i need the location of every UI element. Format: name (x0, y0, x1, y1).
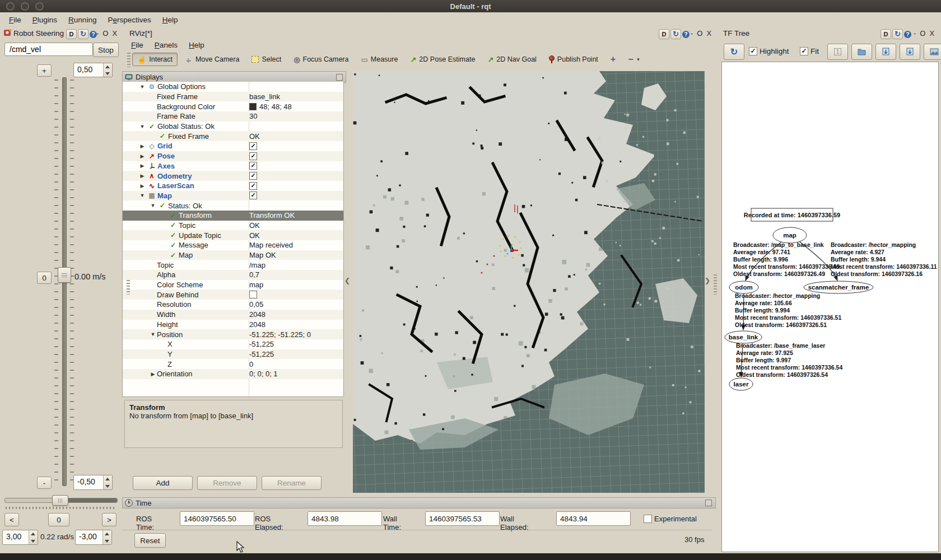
tree-row-axes[interactable]: ▶Axes✓ (123, 161, 343, 171)
frame-number-button[interactable]: 1 (827, 44, 848, 60)
dock-d-button[interactable]: D (881, 29, 891, 39)
menu-item-panels[interactable]: Panels (149, 39, 183, 51)
tree-row-y[interactable]: Y-51,225 (123, 349, 343, 360)
rename-button[interactable]: Rename (262, 476, 322, 490)
save-image-button[interactable] (924, 44, 941, 60)
menu-item-help[interactable]: Help (183, 39, 210, 51)
displays-panel-header[interactable]: Displays (122, 71, 346, 83)
tree-row-resolution[interactable]: Resolution0,05 (123, 300, 343, 310)
time-field-value[interactable]: 4843.98 (308, 511, 382, 526)
rviz-3d-view[interactable] (353, 71, 705, 493)
collapse-right-icon[interactable]: ❯ (705, 277, 710, 284)
tree-row-position[interactable]: ▼Position-51.225; -51.225; 0 (123, 329, 343, 339)
tree-row-map[interactable]: ✓MapMap OK (123, 250, 343, 260)
time-field-value[interactable]: 4843.94 (556, 511, 631, 526)
tool-nav-goal-button[interactable]: ↗2D Nav Goal (482, 53, 541, 66)
tf-refresh-button[interactable]: ↻ (724, 44, 744, 60)
panel-float-button[interactable] (705, 500, 712, 506)
maximize-button[interactable]: O (697, 29, 702, 38)
tf-splitter-handle[interactable] (714, 274, 717, 295)
topic-input[interactable] (8, 44, 89, 54)
minimize-button[interactable]: - (691, 29, 693, 38)
menu-item-file[interactable]: File (125, 39, 149, 51)
tree-row-orientation[interactable]: ▶Orientation0; 0; 0; 1 (123, 369, 343, 379)
open-button[interactable] (851, 44, 872, 60)
linear-minus-button[interactable]: - (37, 477, 52, 489)
tree-row-global-status-ok[interactable]: ▼✓Global Status: Ok (123, 122, 343, 132)
highlight-checkbox[interactable]: ✓ (749, 47, 757, 55)
tree-row-transform[interactable]: ✓TransformTransform OK (123, 211, 343, 221)
tree-row-global-options[interactable]: ▼⚙Global Options (123, 82, 343, 92)
tree-row-odometry[interactable]: ▶∧Odometry✓ (123, 171, 343, 181)
angular-right-button[interactable]: > (102, 513, 117, 526)
dock-d-button[interactable]: D (66, 29, 77, 39)
close-button[interactable]: X (112, 29, 117, 38)
tool-measure-button[interactable]: ▭Measure (356, 53, 403, 66)
tree-row-alpha[interactable]: Alpha0,7 (123, 270, 343, 280)
reload-icon[interactable]: ↻ (670, 29, 681, 39)
save-svg-button[interactable] (900, 44, 920, 60)
tree-row-message[interactable]: ✓MessageMap received (123, 240, 343, 250)
tool-select-button[interactable]: Select (246, 53, 286, 66)
tree-row-grid[interactable]: ▶◇Grid✓ (123, 141, 343, 151)
tree-row-fixed-frame[interactable]: Fixed Framebase_link (123, 92, 343, 102)
tool-plus-button[interactable]: + (605, 52, 621, 67)
linear-slider-handle[interactable] (58, 267, 71, 283)
maximize-button[interactable]: O (103, 29, 108, 38)
reload-icon[interactable]: ↻ (892, 29, 903, 39)
angular-left-button[interactable]: < (4, 513, 19, 526)
tree-row-update-topic[interactable]: ✓Update TopicOK (123, 230, 343, 240)
fit-checkbox[interactable]: ✓ (800, 47, 808, 55)
reload-icon[interactable]: ↻ (78, 29, 88, 39)
displays-splitter-handle[interactable] (127, 280, 130, 295)
tree-row-height[interactable]: Height2048 (123, 320, 343, 330)
tree-row-laserscan[interactable]: ▶∿LaserScan✓ (123, 181, 343, 191)
angular-slider-handle[interactable] (52, 495, 68, 506)
tool-minus-button[interactable]: −▼ (623, 52, 645, 67)
menu-item-help[interactable]: Help (157, 14, 184, 26)
tf-tree-canvas[interactable]: Recorded at time: 1460397336.59mapodomsc… (721, 62, 939, 552)
tree-row-width[interactable]: Width2048 (123, 310, 343, 320)
time-panel-header[interactable]: Time (122, 497, 716, 508)
tool-publish-point-button[interactable]: Publish Point (544, 53, 603, 66)
tree-row-fixed-frame[interactable]: ✓Fixed FrameOK (123, 131, 343, 141)
tree-row-draw-behind[interactable]: Draw Behind (123, 290, 343, 300)
tree-row-topic[interactable]: ✓TopicOK (123, 221, 343, 231)
collapse-left-icon[interactable]: ❮ (344, 277, 350, 284)
tree-row-frame-rate[interactable]: Frame Rate30 (123, 111, 343, 122)
stop-button[interactable]: Stop (93, 43, 119, 57)
toolbar-drag-handle[interactable] (127, 53, 131, 67)
close-button[interactable]: X (929, 29, 934, 38)
panel-float-button[interactable] (336, 74, 343, 81)
linear-max-spinbox[interactable]: 0,50 (73, 63, 113, 77)
linear-plus-button[interactable]: + (37, 64, 52, 77)
menu-item-file[interactable]: File (3, 14, 27, 26)
dock-d-button[interactable]: D (659, 29, 669, 39)
linear-min-spinbox[interactable]: -0,50 (73, 475, 113, 490)
maximize-button[interactable]: O (920, 29, 925, 38)
add-button[interactable]: Add (133, 476, 193, 490)
linear-zero-button[interactable]: 0 (37, 272, 52, 284)
minimize-button[interactable]: - (96, 29, 99, 38)
tool-move-button[interactable]: Move Camera (180, 53, 245, 66)
minimize-button[interactable]: - (914, 29, 916, 38)
tree-row-z[interactable]: Z0 (123, 359, 343, 369)
tree-row-x[interactable]: X-51,225 (123, 339, 343, 349)
time-field-value[interactable]: 1460397565.50 (180, 511, 254, 526)
remove-button[interactable]: Remove (197, 476, 257, 490)
angular-max-spinbox[interactable]: 3,00 (2, 530, 38, 545)
tool-pose-estimate-button[interactable]: ↗2D Pose Estimate (405, 53, 480, 66)
experimental-checkbox[interactable] (644, 515, 652, 523)
close-button[interactable]: X (706, 29, 711, 38)
tree-row-topic[interactable]: Topic/map (123, 260, 343, 270)
tool-focus-button[interactable]: ◎Focus Camera (288, 53, 353, 66)
time-field-value[interactable]: 1460397565.53 (425, 511, 500, 526)
reset-button[interactable]: Reset (134, 533, 166, 548)
menu-item-plugins[interactable]: Plugins (27, 14, 63, 26)
tree-row-status-ok[interactable]: ▼✓Status: Ok (123, 200, 343, 211)
tool-interact-button[interactable]: ☝Interact (132, 53, 178, 66)
menu-item-running[interactable]: Running (63, 14, 102, 26)
tree-row-pose[interactable]: ▶↗Pose✓ (123, 151, 343, 161)
menu-item-perspectives[interactable]: Perspectives (102, 14, 156, 26)
angular-min-spinbox[interactable]: -3,00 (75, 530, 112, 545)
